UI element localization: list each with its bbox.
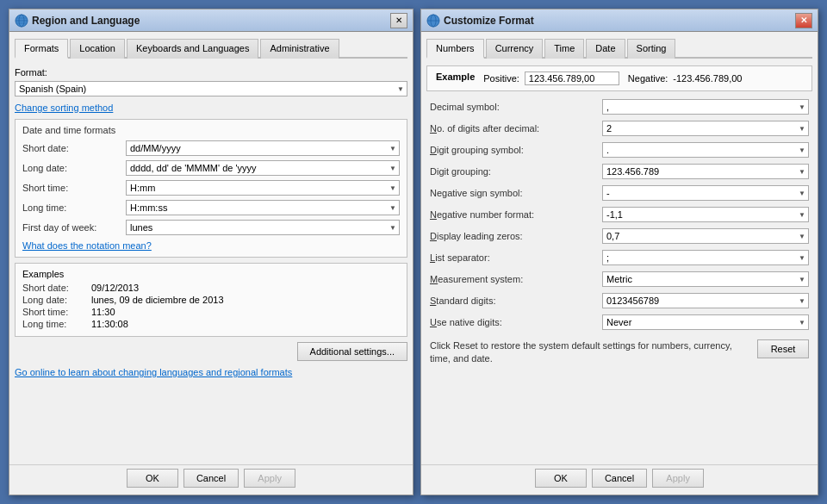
right-title-controls: ✕ — [795, 13, 812, 28]
digit-grouping-label: Digit grouping: — [430, 166, 602, 177]
additional-settings-row: Additional settings... — [15, 342, 407, 361]
online-link-row: Go online to learn about changing langua… — [15, 366, 407, 378]
digits-after-decimal-wrap: 2 — [602, 121, 809, 136]
right-tab-bar: Numbers Currency Time Date Sorting — [426, 37, 812, 59]
first-day-select[interactable]: lunes — [126, 220, 400, 235]
ex-long-time-value: 11:30:08 — [91, 319, 128, 329]
ex-long-date-row: Long date: lunes, 09 de diciembre de 201… — [22, 295, 400, 305]
long-date-select-wrapper: dddd, dd' de 'MMMM' de 'yyyy — [126, 160, 400, 176]
short-time-select[interactable]: H:mm — [126, 180, 400, 196]
globe-icon — [15, 14, 28, 28]
reset-text: Click Reset to restore the system defaul… — [430, 339, 749, 366]
right-dialog-body: Numbers Currency Time Date Sorting Examp… — [421, 32, 818, 464]
left-title-controls: ✕ — [390, 13, 407, 28]
numbers-example-section: Example Positive: Negative: -123.456.789… — [426, 65, 812, 91]
tab-location[interactable]: Location — [70, 39, 125, 59]
ex-short-time-label: Short time: — [22, 307, 91, 317]
negative-sign-symbol-select[interactable]: - — [602, 185, 809, 201]
ex-long-time-row: Long time: 11:30:08 — [22, 319, 400, 329]
left-dialog-title: Region and Language — [32, 15, 140, 27]
reset-row: Click Reset to restore the system defaul… — [426, 336, 812, 370]
negative-number-format-label: Negative number format: — [430, 209, 602, 220]
tab-currency[interactable]: Currency — [486, 39, 544, 59]
settings-area: Decimal symbol: , No. of digits after de… — [426, 98, 812, 459]
left-apply-btn[interactable]: Apply — [244, 469, 295, 488]
measurement-system-select[interactable]: Metric — [602, 271, 809, 287]
use-native-digits-select[interactable]: Never — [602, 314, 809, 330]
left-close-btn[interactable]: ✕ — [390, 13, 407, 28]
right-cancel-btn[interactable]: Cancel — [592, 469, 647, 488]
negative-number-format-select[interactable]: -1,1 — [602, 207, 809, 222]
online-link[interactable]: Go online to learn about changing langua… — [15, 367, 292, 377]
short-time-label: Short time: — [22, 183, 126, 193]
tab-time[interactable]: Time — [544, 39, 584, 59]
positive-input[interactable] — [525, 72, 619, 85]
display-leading-zeros-label: Display leading zeros: — [430, 231, 602, 241]
long-time-row: Long time: H:mm:ss — [22, 200, 400, 215]
right-close-btn[interactable]: ✕ — [795, 13, 812, 28]
short-time-row: Short time: H:mm — [22, 180, 400, 196]
left-dialog-body: Formats Location Keyboards and Languages… — [9, 32, 413, 464]
ex-short-date-row: Short date: 09/12/2013 — [22, 283, 400, 293]
digits-after-decimal-select[interactable]: 2 — [602, 121, 809, 136]
right-dialog-buttons: OK Cancel Apply — [421, 464, 818, 495]
ex-short-time-row: Short time: 11:30 — [22, 307, 400, 317]
negative-number-format-row: Negative number format: -1,1 — [426, 206, 812, 223]
tab-formats[interactable]: Formats — [15, 39, 68, 59]
change-sorting-link[interactable]: Change sorting method — [15, 103, 113, 113]
negative-value: -123.456.789,00 — [673, 73, 742, 84]
examples-box: Examples Short date: 09/12/2013 Long dat… — [15, 263, 407, 337]
use-native-digits-wrap: Never — [602, 314, 809, 330]
standard-digits-wrap: 0123456789 — [602, 293, 809, 308]
standard-digits-label: Standard digits: — [430, 296, 602, 306]
ex-long-date-value: lunes, 09 de diciembre de 2013 — [91, 295, 224, 305]
format-select[interactable]: Spanish (Spain) — [15, 81, 407, 96]
first-day-select-wrapper: lunes — [126, 220, 400, 235]
negative-sign-symbol-row: Negative sign symbol: - — [426, 184, 812, 202]
reset-btn[interactable]: Reset — [757, 339, 809, 358]
long-time-select-wrapper: H:mm:ss — [126, 200, 400, 215]
standard-digits-select[interactable]: 0123456789 — [602, 293, 809, 308]
digits-after-decimal-label: No. of digits after decimal: — [430, 123, 602, 134]
digit-grouping-select[interactable]: 123.456.789 — [602, 164, 809, 179]
tab-administrative[interactable]: Administrative — [260, 39, 339, 59]
region-language-dialog: Region and Language ✕ Formats Location K… — [9, 9, 414, 495]
additional-settings-btn[interactable]: Additional settings... — [297, 342, 407, 361]
digit-grouping-symbol-select[interactable]: . — [602, 142, 809, 158]
display-leading-zeros-select[interactable]: 0,7 — [602, 228, 809, 244]
left-cancel-btn[interactable]: Cancel — [183, 469, 239, 488]
customize-format-dialog: Customize Format ✕ Numbers Currency Time… — [420, 9, 818, 495]
first-day-label: First day of week: — [22, 222, 126, 233]
left-ok-btn[interactable]: OK — [127, 469, 178, 488]
digits-after-decimal-row: No. of digits after decimal: 2 — [426, 120, 812, 137]
display-leading-zeros-wrap: 0,7 — [602, 228, 809, 244]
tab-keyboards-languages[interactable]: Keyboards and Languages — [127, 39, 259, 59]
measurement-system-label: Measurement system: — [430, 274, 602, 284]
format-label: Format: — [15, 67, 407, 78]
long-time-select[interactable]: H:mm:ss — [126, 200, 400, 215]
ex-short-date-value: 09/12/2013 — [91, 283, 139, 293]
notation-link[interactable]: What does the notation mean? — [22, 240, 152, 251]
negative-sign-symbol-label: Negative sign symbol: — [430, 188, 602, 198]
decimal-symbol-select[interactable]: , — [602, 99, 809, 115]
measurement-system-row: Measurement system: Metric — [426, 271, 812, 288]
list-separator-wrap: ; — [602, 250, 809, 265]
ex-short-date-label: Short date: — [22, 283, 91, 293]
ex-long-date-label: Long date: — [22, 295, 91, 305]
measurement-system-wrap: Metric — [602, 271, 809, 287]
use-native-digits-row: Use native digits: Never — [426, 314, 812, 331]
right-ok-btn[interactable]: OK — [535, 469, 587, 488]
left-tab-bar: Formats Location Keyboards and Languages… — [15, 37, 407, 59]
tab-sorting[interactable]: Sorting — [627, 39, 676, 59]
long-date-select[interactable]: dddd, dd' de 'MMMM' de 'yyyy — [126, 160, 400, 176]
list-separator-label: List separator: — [430, 252, 602, 263]
digit-grouping-row: Digit grouping: 123.456.789 — [426, 163, 812, 180]
right-apply-btn[interactable]: Apply — [652, 469, 704, 488]
negative-label: Negative: — [628, 73, 668, 84]
digit-grouping-symbol-wrap: . — [602, 142, 809, 158]
tab-numbers[interactable]: Numbers — [426, 39, 484, 59]
list-separator-select[interactable]: ; — [602, 250, 809, 265]
short-date-select[interactable]: dd/MM/yyyy — [126, 140, 400, 156]
standard-digits-row: Standard digits: 0123456789 — [426, 292, 812, 309]
tab-date[interactable]: Date — [586, 39, 625, 59]
